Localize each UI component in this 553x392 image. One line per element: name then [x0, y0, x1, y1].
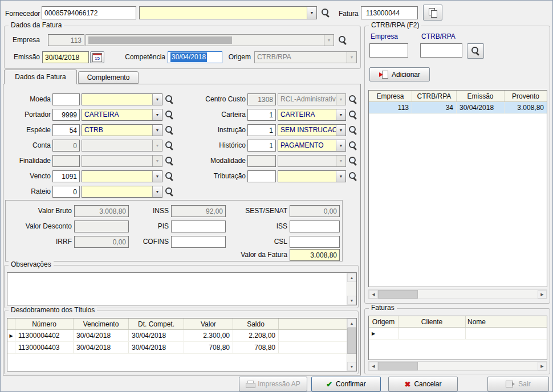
ctrb-empresa-input[interactable]	[369, 43, 408, 58]
search-icon[interactable]	[348, 109, 358, 120]
conta-combo: ▼	[82, 140, 162, 152]
desdobramento-scrollbar[interactable]: ▲ ▼	[347, 318, 356, 371]
row-marker-icon: ▶	[372, 331, 375, 336]
empresa-code-input	[48, 34, 84, 46]
historico-code-input[interactable]	[247, 140, 276, 152]
portador-combo[interactable]: CARTEIRA▼	[82, 109, 162, 121]
scroll-down-icon[interactable]: ▼	[347, 296, 356, 305]
chevron-down-icon[interactable]: ▼	[152, 171, 162, 182]
search-icon[interactable]	[348, 156, 358, 166]
chevron-down-icon[interactable]: ▼	[152, 109, 162, 120]
scrollbar-thumb[interactable]	[347, 328, 356, 354]
group-title: Desdobramento dos Títulos	[9, 306, 97, 315]
field-row-vencto: Vencto ▼	[5, 170, 174, 182]
tab-complemento[interactable]: Complemento	[78, 71, 139, 84]
tab-dados-fatura[interactable]: Dados da Fatura	[4, 70, 77, 84]
csl-input[interactable]	[290, 236, 340, 248]
printer-icon	[246, 381, 254, 387]
table-row[interactable]: 11300004403 30/04/2018 30/04/2018 708,80…	[7, 342, 347, 354]
chevron-down-icon[interactable]: ▼	[336, 171, 345, 182]
instrucao-code-input[interactable]	[247, 124, 276, 136]
observacoes-textarea[interactable]	[7, 273, 347, 305]
search-icon[interactable]	[338, 35, 348, 46]
cofins-label: COFINS	[135, 236, 169, 248]
ctrb-hscrollbar[interactable]: ◀ ▶	[368, 289, 547, 299]
table-row[interactable]: ▶ 11300004402 30/04/2018 30/04/2018 2.30…	[7, 330, 347, 342]
fatura-input[interactable]	[361, 6, 418, 19]
supplier-combo[interactable]: ▼	[139, 6, 317, 19]
field-row-conta: Conta ▼	[5, 140, 174, 152]
historico-combo[interactable]: PAGAMENTO▼	[278, 140, 346, 152]
search-icon[interactable]	[348, 94, 358, 105]
cancelar-button[interactable]: ✖ Cancelar	[388, 377, 458, 391]
valor-desconto-label: Valor Desconto	[8, 220, 72, 232]
scroll-left-icon[interactable]: ◀	[369, 362, 378, 370]
copy-button[interactable]	[423, 5, 442, 21]
chevron-down-icon: ▼	[152, 156, 162, 166]
portador-code-input[interactable]	[52, 109, 80, 121]
vencto-code-input[interactable]	[52, 170, 80, 182]
confirmar-button[interactable]: ✔ Confirmar	[311, 377, 381, 391]
table-row[interactable]: 113 34 30/04/2018 3.008,80	[369, 102, 547, 114]
chevron-down-icon[interactable]: ▼	[152, 125, 162, 136]
rateio-code-input[interactable]	[52, 186, 80, 198]
moeda-code-input[interactable]	[52, 93, 80, 105]
valor-fatura-input	[290, 249, 340, 261]
scroll-down-icon[interactable]: ▼	[347, 362, 356, 371]
chevron-down-icon[interactable]: ▼	[336, 109, 345, 120]
competencia-label: Competência	[111, 51, 165, 63]
search-icon[interactable]	[348, 125, 358, 136]
observacoes-scrollbar[interactable]: ▲ ▼	[347, 273, 356, 305]
scroll-right-icon[interactable]: ▶	[538, 290, 547, 299]
csl-label: CSL	[230, 236, 287, 248]
valor-desconto-input	[74, 220, 129, 232]
adicionar-button[interactable]: Adicionar	[369, 67, 430, 81]
scroll-right-icon[interactable]: ▶	[538, 362, 547, 370]
especie-combo[interactable]: CTRB▼	[82, 124, 162, 136]
emissao-input[interactable]	[42, 51, 89, 63]
fornecedor-input[interactable]	[42, 6, 136, 19]
chevron-down-icon[interactable]: ▼	[152, 94, 162, 105]
chevron-down-icon[interactable]: ▼	[152, 186, 162, 197]
ctrb-search-button[interactable]	[467, 43, 484, 59]
ctrb-rpa-input[interactable]	[420, 43, 462, 58]
cofins-input[interactable]	[171, 236, 226, 248]
finalidade-code-input	[52, 155, 80, 167]
scrollbar-thumb[interactable]	[378, 362, 418, 370]
scroll-up-icon[interactable]: ▲	[347, 318, 356, 328]
faturas-hscrollbar[interactable]: ◀ ▶	[368, 361, 547, 371]
chevron-down-icon[interactable]: ▼	[307, 7, 316, 19]
carteira-combo[interactable]: CARTEIRA▼	[278, 109, 346, 121]
tributacao-code-input[interactable]	[247, 170, 276, 182]
table-row[interactable]: ▶	[369, 328, 547, 340]
irrf-label: IRRF	[8, 236, 72, 248]
search-icon[interactable]	[164, 186, 174, 197]
tributacao-combo[interactable]: ▼	[278, 170, 346, 182]
group-title: Dados da Fatura	[9, 21, 64, 30]
chevron-down-icon: ▼	[336, 156, 345, 166]
field-row-especie: Espécie CTRB▼	[5, 124, 174, 136]
empresa-name-highlight	[88, 36, 232, 44]
scroll-left-icon[interactable]: ◀	[369, 290, 378, 299]
chevron-down-icon[interactable]: ▼	[336, 125, 345, 136]
copy-icon	[429, 8, 437, 17]
iss-input[interactable]	[290, 220, 340, 232]
search-icon[interactable]	[348, 171, 358, 182]
competencia-input[interactable]: 30/04/2018	[168, 51, 222, 63]
especie-code-input[interactable]	[52, 124, 80, 136]
carteira-code-input[interactable]	[247, 109, 276, 121]
ctrb-table: Empresa CTRB/RPA Emissão Provento 113 34…	[368, 90, 547, 287]
search-icon[interactable]	[320, 7, 331, 18]
ctrb-empresa-label: Empresa	[371, 31, 398, 43]
search-icon[interactable]	[348, 140, 358, 151]
field-row-modalidade: Modalidade ▼	[172, 155, 358, 167]
calendar-button[interactable]: 15	[90, 51, 104, 63]
scrollbar-thumb[interactable]	[378, 290, 418, 299]
moeda-combo[interactable]: ▼	[82, 93, 162, 105]
chevron-down-icon[interactable]: ▼	[336, 140, 345, 151]
instrucao-combo[interactable]: SEM INSTRUCAO▼	[278, 124, 346, 136]
scroll-up-icon[interactable]: ▲	[347, 273, 356, 282]
rateio-combo[interactable]: ▼	[82, 186, 162, 198]
pis-input[interactable]	[171, 220, 226, 232]
vencto-combo[interactable]: ▼	[82, 170, 162, 182]
